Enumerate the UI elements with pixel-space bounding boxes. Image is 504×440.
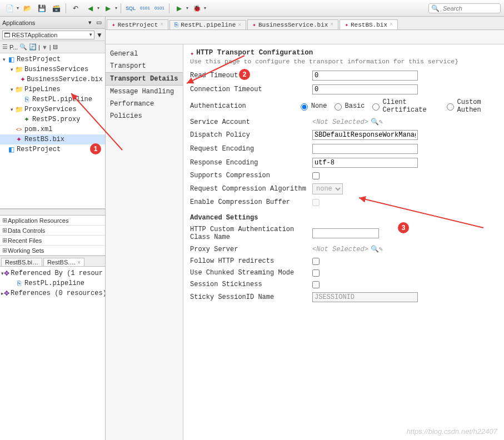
proxy-server-value: <Not Selected> [312,246,368,253]
project-selector-label: RESTApplication [12,32,57,38]
accordion-section[interactable]: ⊞Working Sets [0,246,105,256]
sticky-sessionid-label: Sticky SessionID Name [190,293,312,301]
response-encoding-input[interactable] [312,158,418,168]
applications-header: Applications ▾ ▭ [0,17,105,29]
project-selector-drop-icon[interactable]: ▼ [96,31,103,39]
chunked-streaming-label: Use Chunked Streaming Mode [190,269,312,277]
service-account-value: <Not Selected> [312,118,368,126]
tree-item[interactable]: ▾📁PipeLines [0,84,105,94]
tree-item[interactable]: ⎘RestPL.pipeline [0,94,105,104]
panel-minimize-icon[interactable]: ▭ [95,19,103,27]
form-title: HTTP Transport Configuration [196,49,313,57]
config-nav-item[interactable]: Transport [106,60,183,72]
request-compression-algorithm-select[interactable]: none [312,183,343,194]
supports-compression-checkbox[interactable] [312,172,320,179]
config-nav: GeneralTransportTransport DetailsMessage… [106,44,183,440]
filter-icon[interactable]: ▼ [42,44,48,51]
forward-icon[interactable]: ▶ [102,2,114,14]
follow-redirects-checkbox[interactable] [312,258,320,265]
search-icon: 🔍˯ [431,4,442,12]
editor-tab[interactable]: ✦RestBS.bix× [340,19,398,29]
debug-icon[interactable]: 🐞 [191,2,203,14]
run-icon[interactable]: ▶ [173,2,185,14]
collapse-icon[interactable]: ⊟ [53,43,58,51]
auth-radio-option[interactable]: Client Certificate [370,98,440,114]
edit-icon[interactable]: ✎ [379,118,383,126]
edit-icon[interactable]: ✎ [379,245,383,253]
open-icon[interactable]: 📂 [21,2,33,14]
accordion-sections: ⊞Application Resources⊞Data Controls⊞Rec… [0,216,105,256]
read-timeout-input[interactable] [312,71,418,81]
reference-item[interactable]: ▾✥Referenced By (1 resour [0,268,105,278]
saveall-icon[interactable]: 🗃️ [50,2,62,14]
refresh-icon[interactable]: 🔄 [29,43,37,51]
bin1-icon[interactable]: 0101 [139,2,151,14]
tree-item[interactable]: ✦RestPS.proxy [0,114,105,124]
project-selector[interactable]: 🗔 RESTApplication ▼ [2,31,94,39]
dispatch-policy-label: Dispatch Policy [190,131,312,139]
request-encoding-input[interactable] [312,144,418,154]
bin2-icon[interactable]: 0101 [153,2,166,14]
tree-scrollbar[interactable] [0,209,105,216]
service-icon: ✦ [190,49,194,58]
config-nav-item[interactable]: Performance [106,98,183,110]
editor-tab[interactable]: ⎘RestPL.pipeline× [169,20,246,29]
sticky-sessionid-input[interactable] [312,292,418,302]
back-icon[interactable]: ◀ [84,2,96,14]
search-input[interactable] [442,4,497,12]
new-icon[interactable]: 📄 [3,2,16,14]
auth-radio-option[interactable]: Custom Authen [444,98,497,114]
auth-radio-option[interactable]: Basic [332,102,365,111]
save-icon[interactable]: 💾 [36,2,48,14]
authentication-label: Authentication [190,102,298,110]
tree-item[interactable]: ✦BusinessService.bix [0,74,105,84]
tree-item[interactable]: ✦RestBS.bix [0,134,105,144]
structure-tabs: RestBS.bi…RestBS.…× [0,256,105,267]
session-stickiness-label: Session Stickiness [190,281,312,288]
accordion-section[interactable]: ⊞Recent Files [0,236,105,246]
project-selector-bar: 🗔 RESTApplication ▼ ▼ [0,29,105,41]
request-encoding-label: Request Encoding [190,145,312,153]
reference-item[interactable]: ⎘RestPL.pipeline [0,278,105,288]
config-nav-item[interactable]: General [106,48,183,60]
search-icon[interactable]: 🔍 [371,118,379,126]
undo-icon[interactable]: ↶ [69,2,82,14]
structure-tab[interactable]: RestBS.bi… [1,258,42,266]
tree-item[interactable]: ▾📁BusinessServices [0,64,105,74]
tree-item[interactable]: ▾◧RestProject [0,54,105,64]
auth-radio-option[interactable]: None [298,102,327,111]
references-tree[interactable]: ▾✥Referenced By (1 resour⎘RestPL.pipelin… [0,267,105,440]
config-nav-item[interactable]: Message Handling [106,86,183,98]
sql-icon[interactable]: SQL [124,2,137,14]
tree-item[interactable]: ◧RestProject [0,144,105,154]
response-encoding-label: Response Encoding [190,159,312,167]
editor-tab[interactable]: ✦BusinessService.bix× [247,19,338,29]
applications-panel: Applications ▾ ▭ 🗔 RESTApplication ▼ ▼ ☰… [0,17,106,440]
connection-timeout-input[interactable] [312,84,418,94]
config-nav-item[interactable]: Transport Details [106,72,183,86]
chunked-streaming-checkbox[interactable] [312,269,320,277]
enable-compression-buffer-checkbox[interactable] [312,199,320,206]
form-description: Use this page to configure the transport… [190,58,497,65]
project-tree[interactable]: ▾◧RestProject▾📁BusinessServices✦Business… [0,53,105,209]
follow-redirects-label: Follow HTTP redirects [190,257,312,265]
tree-item[interactable]: ▾📁ProxyServices [0,104,105,114]
toolbar-search[interactable]: 🔍˯ [428,3,501,13]
accordion-section[interactable]: ⊞Application Resources [0,216,105,226]
dispatch-policy-input[interactable] [312,130,418,140]
panel-title: Applications [2,19,35,26]
filter-prefix: P... [9,44,18,51]
proxy-server-label: Proxy Server [190,246,312,253]
panel-menu-icon[interactable]: ▾ [86,19,94,27]
http-auth-class-input[interactable] [312,228,379,238]
search-icon[interactable]: 🔍 [371,245,379,253]
structure-tab[interactable]: RestBS.…× [43,258,84,266]
reference-item[interactable]: ▸✥References (0 resources) [0,288,105,298]
config-nav-item[interactable]: Policies [106,110,183,122]
editor-tab[interactable]: ✦RestProject× [107,19,168,29]
accordion-section[interactable]: ⊞Data Controls [0,226,105,236]
http-auth-class-label: HTTP Custom Authentication Class Name [190,226,312,241]
tree-item[interactable]: <>pom.xml [0,124,105,134]
find-icon[interactable]: 🔍 [19,43,27,51]
session-stickiness-checkbox[interactable] [312,281,320,288]
